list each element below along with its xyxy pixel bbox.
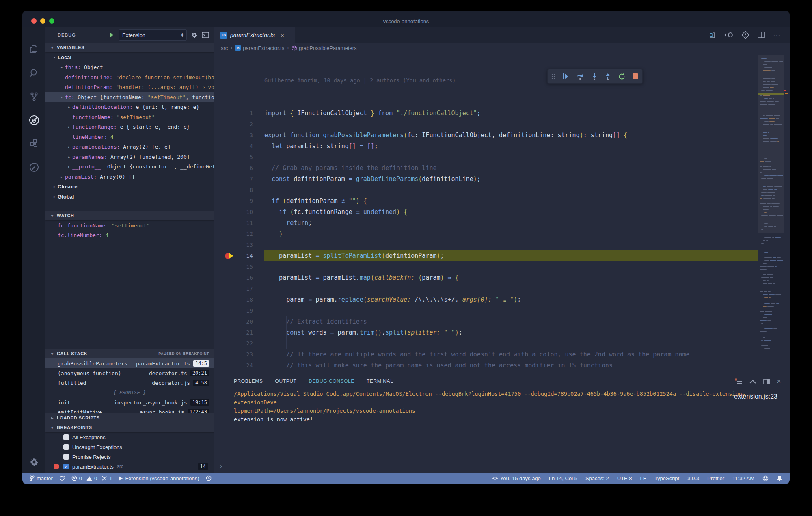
code-line[interactable]: 15 [214,261,790,272]
gutter[interactable]: 17 [214,283,264,294]
gutter[interactable]: 15 [214,261,264,272]
code-line[interactable]: 16 paramList = paramList.map(callbackfn:… [214,272,790,283]
watch-header[interactable]: ▾ WATCH [45,211,214,220]
git-branch-item[interactable]: master [30,475,53,481]
code-line[interactable]: 14 paramList = splitToParamList(defintio… [214,250,790,261]
panel-tab-output[interactable]: OUTPUT [275,378,297,384]
debug-icon[interactable] [22,108,45,132]
clear-console-icon[interactable] [735,378,742,385]
panel-tab-terminal[interactable]: TERMINAL [367,378,393,384]
breadcrumb-src[interactable]: src [221,45,228,51]
feedback-smiley-icon[interactable] [762,475,769,481]
code-line[interactable]: 5 [214,152,790,163]
call-stack-frame[interactable]: grabPossibleParametersparamExtractor.ts1… [45,358,214,368]
problems-item[interactable]: 0 0 1 [71,475,112,481]
breakpoint-checkbox[interactable] [63,444,69,450]
gutter[interactable]: 14 [214,250,264,261]
call-stack-header[interactable]: ▾ CALL STACK PAUSED ON BREAKPOINT [45,349,214,358]
gutter[interactable]: 1 [214,108,264,119]
variable-row[interactable]: ▸paramNames: Array(2) [undefined, 200] [45,152,214,162]
gutter[interactable]: 21 [214,327,264,338]
gutter[interactable]: 22 [214,338,264,349]
code-line[interactable]: 1import { IFunctionCallObject } from "./… [214,108,790,119]
open-changes-icon[interactable] [724,32,733,38]
code-editor[interactable]: Guilherme Amorim, 10 days ago | 2 author… [214,53,790,374]
status-item-6[interactable]: 3.0.3 [687,475,699,481]
console-input-prompt[interactable]: › [219,463,223,470]
code-line[interactable]: 12 } [214,229,790,240]
minimize-window-button[interactable] [40,18,45,24]
stop-button[interactable] [633,73,638,79]
code-line[interactable]: 24 // this will make sure the param name… [214,360,790,371]
gutter[interactable]: 16 [214,272,264,283]
settings-gear-icon[interactable] [22,457,45,467]
call-stack-frame[interactable]: fulfilleddecorator.js4:58 [45,378,214,388]
gutter[interactable]: 24 [214,360,264,371]
gutter[interactable]: 7 [214,174,264,185]
gutter[interactable]: 10 [214,207,264,218]
variable-row[interactable]: lineNumber: 4 [45,132,214,142]
watch-expression-row[interactable]: fc.lineNumber: 4 [45,231,214,241]
scope-row[interactable]: ▸Closure [45,182,214,192]
loaded-scripts-header[interactable]: ▸ LOADED SCRIPTS [45,413,214,423]
source-control-icon[interactable] [22,85,45,108]
scope-row[interactable]: ▾Local [45,52,214,63]
panel-tab-problems[interactable]: PROBLEMS [234,378,263,384]
gutter[interactable]: 18 [214,294,264,305]
notifications-bell-icon[interactable] [777,475,782,481]
code-line[interactable]: 19 [214,305,790,316]
zoom-window-button[interactable] [49,18,54,24]
breakpoint-checkbox[interactable]: ✓ [63,464,69,469]
breakpoint-row[interactable]: All Exceptions [45,432,214,442]
variable-row[interactable]: functionName: "setTimeout" [45,112,214,122]
gutter[interactable]: 5 [214,152,264,163]
step-over-button[interactable] [576,73,584,80]
gutter[interactable]: 12 [214,229,264,240]
code-line[interactable]: 9 if (defintionParam ≢ "") { [214,196,790,207]
code-line[interactable]: 10 if (fc.functionRange ≡ undefined) { [214,207,790,218]
gutter[interactable]: 9 [214,196,264,207]
debug-settings-gear-icon[interactable] [191,32,198,39]
debug-console-output[interactable]: /Applications/Visual Studio Code.app/Con… [214,388,790,473]
status-item-5[interactable]: TypeScript [654,475,679,481]
gutter[interactable]: 8 [214,185,264,196]
breakpoint-checkbox[interactable] [63,454,69,460]
toggle-panel-layout-icon[interactable] [763,378,770,385]
variables-header[interactable]: ▾ VARIABLES [45,43,214,52]
gutter[interactable]: 11 [214,218,264,229]
code-line[interactable]: 17 [214,283,790,294]
gutter[interactable]: 4 [214,141,264,152]
code-line[interactable]: 25 if (words.length > 1 && !words[0].end… [214,371,790,374]
code-line[interactable]: 22 [214,338,790,349]
code-line[interactable]: 7 const defintionParam = grabDefLinePara… [214,174,790,185]
continue-button[interactable] [562,73,569,80]
code-line[interactable]: 8 [214,185,790,196]
gutter[interactable]: 3 [214,130,264,141]
breakpoint-row[interactable]: ✓paramExtractor.tssrc14 [45,462,214,471]
variable-row[interactable]: ▸paramList: Array(0) [] [45,172,214,182]
code-line[interactable]: 6 // Grab any params inside the definiti… [214,163,790,174]
maximize-panel-icon[interactable] [749,378,756,385]
explorer-icon[interactable] [22,38,45,61]
console-source-link[interactable]: extension.js:23 [734,393,777,400]
gutter[interactable]: 6 [214,163,264,174]
status-item-0[interactable]: You, 15 days ago [492,475,541,481]
status-item-2[interactable]: Spaces: 2 [585,475,609,481]
gutter[interactable]: 13 [214,240,264,250]
step-into-button[interactable] [591,73,598,80]
close-window-button[interactable] [31,18,37,24]
breakpoints-header[interactable]: ▾ BREAKPOINTS [45,423,214,432]
breakpoint-row[interactable]: Promise Rejects [45,452,214,462]
timer-item[interactable] [206,475,212,481]
close-tab-icon[interactable]: × [281,32,284,39]
code-line[interactable]: 11 return; [214,218,790,229]
variable-row[interactable]: ▸definitionLocation: e {uri: t, range: e… [45,102,214,112]
breakpoint-row[interactable]: Uncaught Exceptions [45,442,214,452]
search-in-file-icon[interactable] [708,31,716,39]
debug-session-item[interactable]: Extension (vscode-annotations) [119,475,199,481]
variable-row[interactable]: definitionLine: "declare function setTim… [45,72,214,82]
extensions-icon[interactable] [22,132,45,155]
code-line[interactable]: 2 [214,119,790,130]
gutter[interactable]: 25 [214,371,264,374]
call-stack-frame[interactable]: initinspector_async_hook.js19:15 [45,397,214,407]
